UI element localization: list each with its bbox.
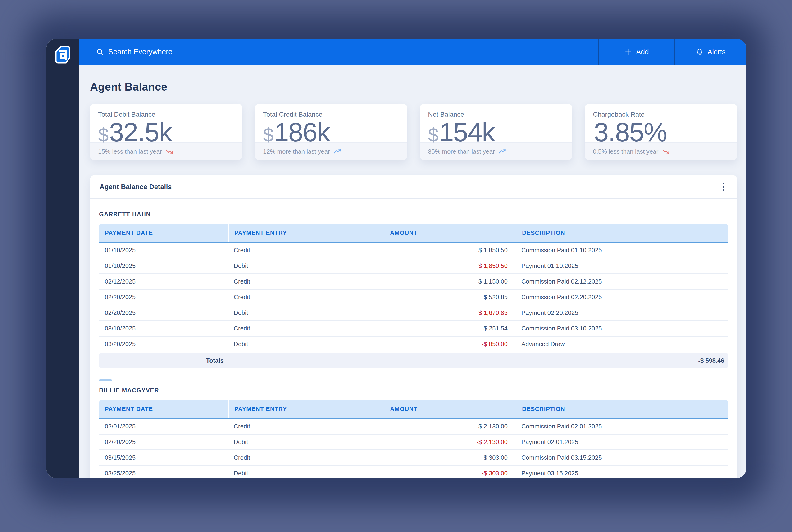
table-row: 02/01/2025Credit$ 2,130.00Commission Pai…: [99, 419, 728, 435]
table-row: 02/20/2025Debit-$ 1,670.85Payment 02.20.…: [99, 305, 728, 321]
cell-payment-entry: Credit: [228, 293, 384, 301]
column-header-payment-entry[interactable]: PAYMENT ENTRY: [228, 224, 384, 242]
table-header-row: PAYMENT DATE PAYMENT ENTRY AMOUNT DESCRI…: [99, 400, 728, 419]
column-header-payment-date[interactable]: PAYMENT DATE: [99, 224, 228, 242]
cell-description: Payment 02.01.2025: [516, 438, 728, 446]
cell-payment-date: 02/12/2025: [99, 278, 228, 285]
cell-amount: $ 1,850.50: [384, 247, 516, 254]
section-name: GARRETT HAHN: [99, 211, 728, 217]
totals-value: -$ 598.46: [228, 357, 728, 364]
agent-section: GARRETT HAHN PAYMENT DATE PAYMENT ENTRY …: [99, 211, 728, 368]
cell-payment-date: 02/20/2025: [99, 438, 228, 446]
currency-sign: $: [263, 124, 273, 145]
cell-description: Commission Paid 02.01.2025: [516, 423, 728, 430]
stat-value: 3.85%: [593, 120, 729, 145]
table-row: 03/25/2025Debit-$ 303.00Payment 03.15.20…: [99, 466, 728, 478]
cell-description: Advanced Draw: [516, 340, 728, 348]
table-body: 01/10/2025Credit$ 1,850.50Commission Pai…: [99, 243, 728, 352]
bell-icon: [696, 48, 703, 56]
stat-footnote: 12% more than last year: [263, 148, 330, 155]
table-row: 01/10/2025Credit$ 1,850.50Commission Pai…: [99, 243, 728, 259]
topbar: Search Everywhere Add Alerts: [79, 39, 747, 65]
cell-amount: $ 303.00: [384, 454, 516, 461]
cell-description: Payment 01.10.2025: [516, 262, 728, 269]
cell-payment-date: 03/15/2025: [99, 454, 228, 461]
currency-sign: $: [98, 124, 108, 145]
agent-sections: GARRETT HAHN PAYMENT DATE PAYMENT ENTRY …: [90, 211, 737, 478]
cell-payment-entry: Debit: [228, 340, 384, 348]
cell-payment-entry: Credit: [228, 278, 384, 285]
cell-payment-date: 01/10/2025: [99, 247, 228, 254]
cell-amount: -$ 850.00: [384, 340, 516, 348]
section-divider-dash: [99, 379, 112, 381]
table-row: 03/20/2025Debit-$ 850.00Advanced Draw: [99, 337, 728, 352]
table-row: 02/20/2025Credit$ 520.85Commission Paid …: [99, 290, 728, 305]
cell-payment-date: 03/20/2025: [99, 340, 228, 348]
trend-down-icon: [662, 148, 670, 155]
add-button[interactable]: Add: [598, 39, 674, 65]
cell-description: Payment 02.20.2025: [516, 309, 728, 317]
cell-amount: $ 1,150.00: [384, 278, 516, 285]
cell-payment-entry: Debit: [228, 309, 384, 317]
cell-payment-date: 03/10/2025: [99, 325, 228, 332]
cell-amount: -$ 303.00: [384, 470, 516, 477]
cell-description: Commission Paid 02.12.2025: [516, 278, 728, 285]
agent-section: BILLIE MACGYVER PAYMENT DATE PAYMENT ENT…: [99, 379, 728, 478]
stat-cards-row: Total Debit Balance $32.5k 15% less than…: [90, 103, 737, 160]
totals-label: Totals: [99, 357, 228, 364]
trend-up-icon: [499, 148, 506, 155]
page-content: Agent Balance Total Debit Balance $32.5k…: [79, 65, 747, 478]
alerts-button-label: Alerts: [708, 48, 726, 56]
agent-balance-details-card: Agent Balance Details GARRETT HAHN PAYME…: [90, 175, 737, 478]
cell-payment-entry: Debit: [228, 470, 384, 477]
column-header-amount[interactable]: AMOUNT: [384, 224, 516, 242]
table-row: 03/10/2025Credit$ 251.54Commission Paid …: [99, 321, 728, 337]
currency-sign: $: [428, 124, 438, 145]
column-header-payment-date[interactable]: PAYMENT DATE: [99, 400, 228, 418]
table-row: 01/10/2025Debit-$ 1,850.50Payment 01.10.…: [99, 259, 728, 274]
search-input[interactable]: Search Everywhere: [79, 39, 598, 65]
cell-description: Commission Paid 03.15.2025: [516, 454, 728, 461]
cell-payment-date: 03/25/2025: [99, 470, 228, 477]
cell-payment-entry: Debit: [228, 262, 384, 269]
cell-payment-entry: Credit: [228, 325, 384, 332]
cell-description: Payment 03.15.2025: [516, 470, 728, 477]
cell-payment-date: 02/20/2025: [99, 293, 228, 301]
cell-amount: -$ 1,850.50: [384, 262, 516, 269]
stat-card-total-debit: Total Debit Balance $32.5k 15% less than…: [90, 103, 242, 160]
stat-footnote: 35% more than last year: [428, 148, 495, 155]
cell-amount: $ 2,130.00: [384, 423, 516, 430]
cell-amount: $ 520.85: [384, 293, 516, 301]
table-row: 02/20/2025Debit-$ 2,130.00Payment 02.01.…: [99, 435, 728, 450]
app-logo-icon[interactable]: [55, 46, 71, 64]
cell-amount: $ 251.54: [384, 325, 516, 332]
column-header-amount[interactable]: AMOUNT: [384, 400, 516, 418]
column-header-payment-entry[interactable]: PAYMENT ENTRY: [228, 400, 384, 418]
alerts-button[interactable]: Alerts: [674, 39, 747, 65]
column-header-description[interactable]: DESCRIPTION: [516, 224, 728, 242]
cell-payment-date: 01/10/2025: [99, 262, 228, 269]
stat-value: $32.5k: [98, 120, 234, 145]
cell-amount: -$ 2,130.00: [384, 438, 516, 446]
cell-description: Commission Paid 02.20.2025: [516, 293, 728, 301]
details-card-title: Agent Balance Details: [99, 183, 172, 191]
stat-footnote: 15% less than last year: [98, 148, 162, 155]
search-placeholder: Search Everywhere: [108, 48, 173, 56]
stat-footnote: 0.5% less than last year: [593, 148, 658, 155]
trend-up-icon: [334, 148, 341, 155]
table-header-row: PAYMENT DATE PAYMENT ENTRY AMOUNT DESCRI…: [99, 224, 728, 243]
page-title: Agent Balance: [90, 80, 737, 93]
table-row: 02/12/2025Credit$ 1,150.00Commission Pai…: [99, 274, 728, 290]
column-header-description[interactable]: DESCRIPTION: [516, 400, 728, 418]
cell-payment-entry: Credit: [228, 423, 384, 430]
section-name: BILLIE MACGYVER: [99, 387, 728, 394]
stat-card-total-credit: Total Credit Balance $186k 12% more than…: [255, 103, 407, 160]
kebab-menu-icon[interactable]: [719, 180, 728, 193]
cell-amount: -$ 1,670.85: [384, 309, 516, 317]
sidebar: [46, 39, 79, 478]
cell-payment-entry: Debit: [228, 438, 384, 446]
app-window: Search Everywhere Add Alerts Agent Balan…: [46, 39, 747, 478]
cell-payment-entry: Credit: [228, 454, 384, 461]
stat-value: $186k: [263, 120, 399, 145]
totals-row: Totals -$ 598.46: [99, 353, 728, 368]
